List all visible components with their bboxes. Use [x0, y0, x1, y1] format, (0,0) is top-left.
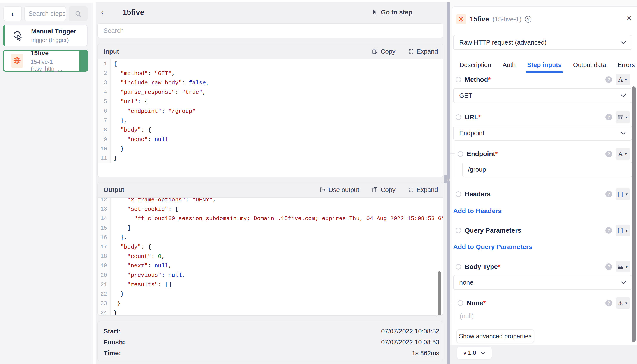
- headers-type-selector[interactable]: [ ]▼: [615, 188, 630, 200]
- endpoint-field-row: Endpoint* ? A▼: [458, 148, 630, 160]
- body-type-value: none: [459, 279, 474, 286]
- step-title: Manual Trigger: [31, 28, 76, 35]
- output-vertical-scrollbar[interactable]: [438, 271, 441, 316]
- required-asterisk: *: [488, 76, 491, 83]
- body-type-type-selector[interactable]: ▼: [615, 261, 630, 272]
- search-steps-button[interactable]: [69, 6, 88, 21]
- start-row: Start: 07/07/2022 10:08:52: [104, 326, 439, 337]
- expand-output-button[interactable]: Expand: [408, 186, 438, 194]
- help-icon[interactable]: ?: [525, 16, 531, 22]
- input-code-area[interactable]: 1{2 "method": "GET",3 "include_raw_body"…: [98, 59, 443, 177]
- nested-guide-line: [454, 142, 454, 178]
- copy-output-button[interactable]: Copy: [372, 186, 395, 194]
- none-type-selector[interactable]: ⚠▼: [615, 297, 630, 309]
- finish-row: Finish: 07/07/2022 10:08:53: [104, 337, 439, 348]
- sidebar-back-button[interactable]: ‹: [3, 6, 22, 21]
- panel-step-id: (15-five-1): [493, 16, 521, 23]
- endpoint-type-selector[interactable]: A▼: [615, 148, 630, 160]
- code-line: 5 "url": {: [98, 97, 443, 106]
- log-search-input[interactable]: [97, 23, 443, 38]
- body-type-field-row: Body Type* ? ▼: [456, 260, 630, 273]
- field-help-icon[interactable]: ?: [605, 191, 612, 198]
- tab-description[interactable]: Description: [460, 57, 491, 72]
- none-placeholder-value[interactable]: (null): [460, 312, 474, 320]
- chevron-left-icon: ‹: [101, 8, 104, 16]
- dropdown-triangle-icon: ▼: [625, 265, 628, 269]
- version-select[interactable]: v 1.0: [457, 347, 492, 359]
- finish-label: Finish:: [104, 338, 125, 346]
- expand-icon: [408, 187, 414, 192]
- endpoint-field: [462, 162, 632, 177]
- nested-guide-line: [454, 291, 454, 324]
- sidebar-item-manual-trigger[interactable]: Manual Trigger trigger (trigger): [3, 25, 88, 46]
- time-row: Time: 1s 862ms: [104, 348, 439, 358]
- copy-label: Copy: [381, 186, 395, 194]
- tab-auth[interactable]: Auth: [503, 57, 516, 72]
- required-asterisk: *: [498, 263, 500, 270]
- headers-label: Headers: [465, 190, 491, 198]
- tab-step-inputs[interactable]: Step inputs: [527, 57, 562, 72]
- warning-type-icon: ⚠: [618, 300, 623, 306]
- field-help-icon[interactable]: ?: [605, 76, 612, 83]
- start-label: Start:: [104, 328, 121, 335]
- code-line: 22 }: [98, 290, 443, 299]
- close-panel-button[interactable]: ✕: [626, 14, 632, 22]
- sidebar-item-15five[interactable]: ❋ 15five 15-five-1 (raw_http_...: [3, 50, 88, 72]
- operation-select[interactable]: Raw HTTP request (advanced): [453, 35, 632, 50]
- code-line: 21 "results": []: [98, 280, 443, 290]
- show-advanced-properties-button[interactable]: Show advanced properties: [456, 330, 534, 343]
- query-params-type-selector[interactable]: [ ]▼: [615, 225, 630, 236]
- code-line: 3 "include_raw_body": false,: [98, 78, 443, 88]
- dropdown-triangle-icon: ▼: [625, 192, 628, 196]
- method-label: Method*: [465, 76, 491, 83]
- chevron-down-icon: [620, 132, 626, 135]
- log-step-title: 15five: [123, 8, 144, 16]
- panel-vertical-scrollbar[interactable]: [632, 86, 636, 342]
- query-params-label: Query Parameters: [465, 227, 521, 234]
- chevron-down-icon: [620, 94, 626, 97]
- code-line: 13 "set-cookie": [: [98, 204, 443, 214]
- field-help-icon[interactable]: ?: [605, 264, 612, 270]
- endpoint-input[interactable]: [462, 162, 632, 177]
- dropdown-triangle-icon: ▼: [625, 229, 628, 232]
- field-help-icon[interactable]: ?: [605, 300, 612, 306]
- output-code-area[interactable]: 12 "x-frame-options": "DENY",13 "set-coo…: [98, 198, 443, 316]
- field-help-icon[interactable]: ?: [605, 227, 612, 234]
- expand-label: Expand: [416, 48, 438, 55]
- code-line: 12 "x-frame-options": "DENY",: [98, 198, 443, 204]
- field-help-icon[interactable]: ?: [605, 151, 612, 157]
- panel-step-title: 15five: [470, 15, 489, 23]
- step-title: 15five: [31, 50, 79, 57]
- manual-trigger-icon: [12, 30, 24, 41]
- code-line: 23 }: [98, 299, 443, 308]
- output-card-header: Output Use output Copy: [98, 182, 443, 198]
- tab-errors[interactable]: Errors: [617, 57, 635, 72]
- close-icon: ✕: [626, 15, 632, 22]
- url-type-selector[interactable]: ▼: [615, 112, 630, 123]
- tab-output-data[interactable]: Output data: [573, 57, 606, 72]
- panel-tabs: Description Auth Step inputs Output data…: [452, 57, 637, 73]
- method-type-selector[interactable]: A▼: [615, 74, 630, 85]
- method-select[interactable]: GET: [453, 88, 632, 103]
- required-asterisk: *: [478, 114, 481, 121]
- output-json: 12 "x-frame-options": "DENY",13 "set-coo…: [98, 198, 443, 313]
- log-back-button[interactable]: ‹: [101, 8, 104, 16]
- field-circle-icon: [456, 191, 461, 197]
- add-to-query-params-link[interactable]: Add to Query Parameters: [453, 243, 532, 250]
- body-type-select[interactable]: none: [453, 275, 632, 290]
- code-line: 24}: [98, 308, 443, 316]
- nested-guide-dash: [451, 302, 455, 303]
- url-select[interactable]: Endpoint: [453, 126, 632, 140]
- expand-input-button[interactable]: Expand: [408, 48, 438, 55]
- add-to-headers-link[interactable]: Add to Headers: [453, 207, 502, 215]
- copy-input-button[interactable]: Copy: [372, 48, 395, 55]
- copy-icon: [372, 187, 378, 193]
- use-output-label: Use output: [329, 186, 359, 194]
- field-circle-icon: [456, 77, 461, 82]
- go-to-step-button[interactable]: Go to step: [372, 9, 412, 16]
- field-help-icon[interactable]: ?: [605, 114, 612, 120]
- chevron-down-icon: [481, 351, 485, 354]
- use-output-button[interactable]: Use output: [319, 186, 359, 194]
- text-type-icon: A: [618, 151, 622, 157]
- search-steps-input[interactable]: [24, 6, 66, 21]
